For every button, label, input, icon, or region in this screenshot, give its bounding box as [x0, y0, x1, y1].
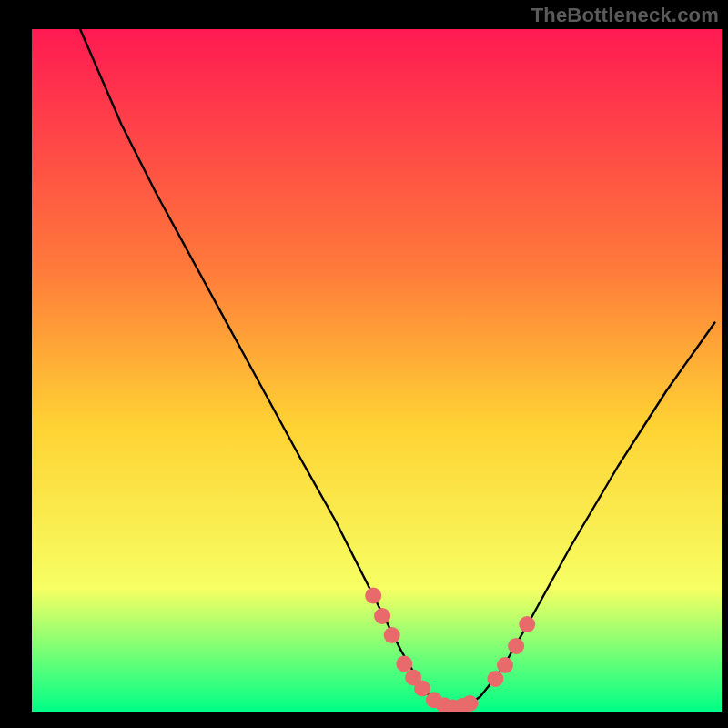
marker-dot: [461, 695, 478, 712]
chart-svg: [32, 29, 722, 712]
marker-dot: [365, 588, 381, 604]
marker-dot: [396, 656, 412, 672]
marker-dot: [519, 616, 535, 632]
marker-dot: [508, 638, 524, 654]
marker-dot: [374, 608, 390, 624]
marker-dot: [414, 681, 430, 697]
gradient-background: [32, 29, 722, 712]
plot-area: [32, 29, 722, 712]
marker-dot: [487, 671, 503, 687]
marker-dot: [384, 627, 400, 643]
watermark-text: TheBottleneck.com: [531, 4, 719, 27]
marker-dot: [497, 657, 513, 673]
chart-frame: TheBottleneck.com: [0, 0, 728, 728]
